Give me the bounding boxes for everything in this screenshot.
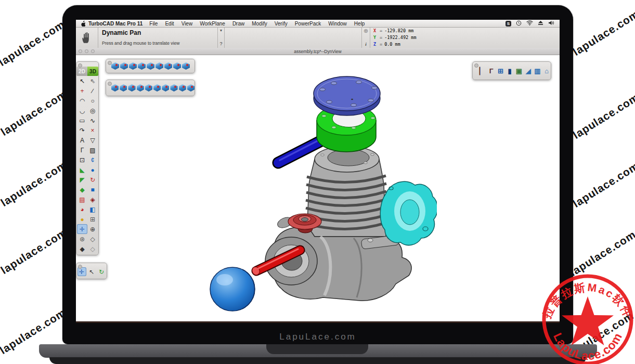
tab-2d[interactable]: 2D: [76, 67, 87, 76]
select-tool[interactable]: ↖: [77, 76, 87, 86]
spline-tool[interactable]: ∿: [87, 115, 98, 125]
tool-help-button[interactable]: ?: [219, 41, 222, 46]
extrude-face-tool[interactable]: [173, 62, 181, 70]
subtract-cylinder-tool[interactable]: [120, 62, 128, 70]
wifi-icon[interactable]: [526, 20, 533, 27]
spinner-part[interactable]: [210, 267, 255, 311]
push-face-tool[interactable]: [111, 84, 119, 92]
text-tool[interactable]: A: [77, 135, 87, 145]
pan-tool[interactable]: ✛: [77, 224, 87, 234]
facet-tool[interactable]: ◈: [87, 194, 98, 204]
render-grid-tool[interactable]: ⊞: [87, 214, 98, 224]
clip-tool[interactable]: ¢: [87, 155, 98, 165]
zoom-tool[interactable]: ⊕: [87, 224, 98, 234]
arc-tool[interactable]: ◠: [77, 96, 87, 106]
menu-modify[interactable]: Modify: [248, 21, 270, 27]
head-cap-part[interactable]: [314, 76, 380, 115]
pan-hand-tool[interactable]: ✛: [77, 267, 86, 276]
box-subtract-tool[interactable]: [155, 62, 163, 70]
document-title-bar[interactable]: assembly.tcp*--DynView: [76, 48, 560, 55]
toolbar-close-button[interactable]: [108, 82, 112, 86]
intersect-cylinder-tool[interactable]: [129, 62, 137, 70]
blend-tool[interactable]: ◕: [77, 204, 87, 214]
wall-tool[interactable]: ▏: [478, 67, 486, 75]
window-tool[interactable]: ⊞: [497, 67, 505, 75]
box-intersect-tool[interactable]: [164, 62, 172, 70]
line-tool[interactable]: ∕: [87, 86, 98, 96]
window-schedule-tool[interactable]: ▥: [534, 67, 542, 75]
array-3d-tool[interactable]: [187, 84, 195, 92]
shell-solid-tool[interactable]: [182, 62, 190, 70]
engine-assembly-model[interactable]: [198, 57, 437, 322]
roof-tool[interactable]: ⌂: [542, 67, 551, 75]
app-name[interactable]: TurboCAD Mac Pro 11: [88, 21, 142, 27]
shell-tool[interactable]: ◧: [87, 204, 98, 214]
plate-tool[interactable]: [179, 84, 186, 92]
toolbar-close-button[interactable]: [474, 63, 478, 68]
shaded-view-tool[interactable]: ◆: [77, 244, 87, 254]
door-tool[interactable]: ▮: [506, 67, 514, 75]
open-select-tool[interactable]: ⇖: [87, 76, 98, 86]
menu-view[interactable]: View: [178, 21, 197, 27]
ellipse-tool[interactable]: ◎: [87, 106, 98, 115]
point-tool[interactable]: +: [77, 86, 87, 96]
workplane-tool[interactable]: ⊡: [77, 155, 87, 165]
zoom-cursor-tool[interactable]: ↖: [87, 267, 96, 276]
hatch-tool[interactable]: ▨: [87, 145, 98, 155]
thicken-tool[interactable]: [153, 84, 161, 92]
box-tool[interactable]: ■: [87, 185, 98, 194]
angle-dimension-tool[interactable]: Γ: [77, 145, 87, 155]
menu-edit[interactable]: Edit: [161, 21, 177, 27]
menu-verify[interactable]: Verify: [271, 21, 291, 27]
tool-dropdown-icon[interactable]: ▼: [219, 29, 223, 32]
slice-by-line-tool[interactable]: [138, 62, 146, 70]
eject-icon[interactable]: [538, 20, 543, 27]
clock-icon[interactable]: [516, 20, 522, 27]
palette-close-button[interactable]: [78, 63, 82, 68]
info-icon[interactable]: i: [365, 42, 367, 47]
circle-tool[interactable]: ○: [87, 96, 98, 106]
sweep-tool[interactable]: ◆: [77, 185, 87, 194]
backplate-part[interactable]: [380, 181, 437, 245]
pattern-face-tool[interactable]: [170, 84, 177, 92]
dimension-tool[interactable]: ▽: [87, 135, 98, 145]
menu-powerpack[interactable]: PowerPack: [291, 21, 325, 27]
taper-face-tool[interactable]: [120, 84, 127, 92]
apple-menu-icon[interactable]: [80, 20, 85, 27]
volume-icon[interactable]: [548, 20, 554, 27]
wireframe-view-tool[interactable]: ◇: [87, 244, 98, 254]
box-union-tool[interactable]: [147, 62, 154, 70]
menu-file[interactable]: File: [146, 21, 161, 27]
union-tool[interactable]: [111, 62, 119, 70]
stair-tool[interactable]: ◢: [524, 67, 533, 75]
intersect-tool[interactable]: ×: [87, 125, 98, 135]
view-cube-tool[interactable]: ◇: [87, 234, 98, 244]
toolbar-close-button[interactable]: [108, 61, 112, 65]
extrude-tool[interactable]: ◤: [77, 175, 87, 185]
menu-workplane[interactable]: WorkPlane: [196, 21, 229, 27]
slice-tool[interactable]: ▤: [77, 194, 87, 204]
cone-tool[interactable]: ◣: [77, 165, 87, 175]
rectangle-tool[interactable]: ▭: [77, 115, 87, 125]
menu-help[interactable]: Help: [351, 21, 369, 27]
offset-face-tool[interactable]: [128, 84, 135, 92]
curve-tool[interactable]: ◡: [77, 106, 87, 115]
sphere-tool[interactable]: ●: [87, 165, 98, 175]
input-source-icon[interactable]: S: [506, 21, 511, 27]
orbit-tool[interactable]: ↻: [97, 267, 106, 276]
remove-face-tool[interactable]: [162, 84, 169, 92]
menu-window[interactable]: Window: [325, 21, 351, 27]
revolve-tool[interactable]: ↻: [87, 175, 98, 185]
corner-wall-tool[interactable]: Γ: [487, 67, 496, 75]
rotate-face-tool[interactable]: [145, 84, 152, 92]
arc-curve-tool[interactable]: ↷: [77, 125, 87, 135]
lift-face-tool[interactable]: [137, 84, 144, 92]
menu-draw[interactable]: Draw: [229, 21, 248, 27]
view-sphere-tool[interactable]: ⊛: [77, 234, 87, 244]
mini-toolbar-close-button[interactable]: [78, 265, 82, 269]
insert-symbol-tool[interactable]: ▣: [515, 67, 523, 75]
tab-3d[interactable]: 3D: [87, 67, 98, 76]
material-tool[interactable]: ●: [77, 214, 87, 224]
snap-indicator-icon[interactable]: ◎: [364, 28, 368, 33]
active-tool-icon-box[interactable]: [76, 27, 98, 48]
